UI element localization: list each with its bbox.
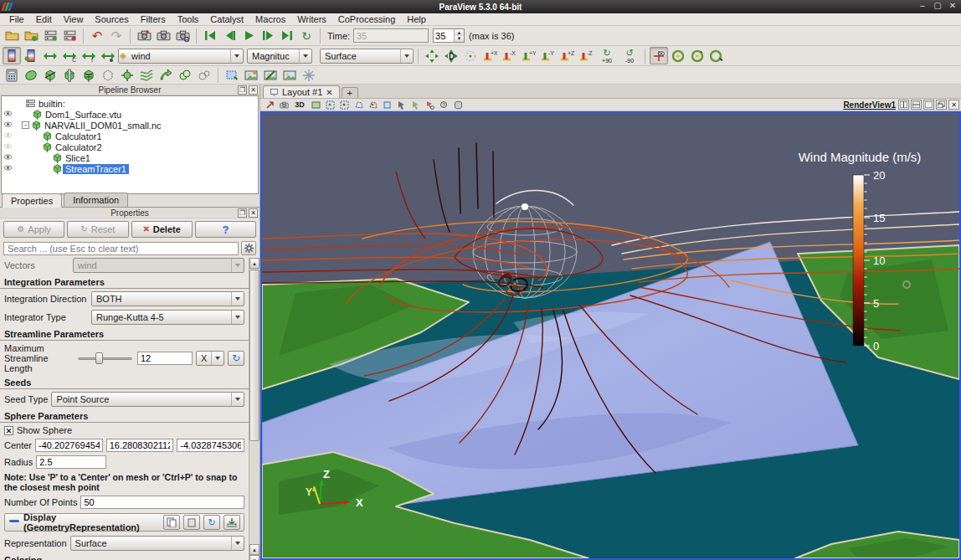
apply-button[interactable]: ⚙Apply (3, 221, 64, 238)
interactive-select-cells-button[interactable] (395, 100, 407, 110)
radius-input[interactable] (36, 455, 106, 469)
split-vertical-icon[interactable] (911, 100, 922, 110)
scroll-thumb[interactable] (249, 270, 260, 441)
reload-display-button[interactable]: ↻ (203, 515, 220, 530)
scroll-down-icon[interactable]: ▼ (249, 555, 260, 560)
collapse-icon[interactable]: − (22, 121, 29, 129)
close-icon[interactable]: ✕ (948, 1, 958, 10)
animation-button[interactable] (173, 27, 192, 44)
seed-type-select[interactable]: Point Source (51, 392, 244, 407)
glyph-filter-button[interactable] (118, 66, 136, 84)
search-options-button[interactable] (241, 241, 256, 255)
length-component-select[interactable]: X (196, 351, 224, 366)
properties-scrollbar[interactable]: ▲ ▲ ▼ (249, 258, 260, 560)
extract-selection-button[interactable] (280, 66, 299, 84)
plot-over-line-button[interactable] (261, 66, 280, 84)
visibility-eye-icon[interactable] (2, 152, 13, 163)
tab-layout1[interactable]: Layout #1 ✕ (263, 85, 340, 98)
rescale-temporal-range-button[interactable]: t (80, 47, 98, 64)
slice-filter-button[interactable] (60, 66, 79, 84)
center-x-input[interactable] (35, 439, 103, 452)
menu-filters[interactable]: Filters (135, 14, 172, 24)
scroll-up-icon[interactable]: ▲ (249, 258, 260, 269)
probe-location-button[interactable] (242, 66, 260, 84)
maximize-icon[interactable]: ▢ (933, 1, 943, 10)
menu-help[interactable]: Help (401, 14, 432, 24)
warp-by-vector-filter-button[interactable] (157, 66, 175, 84)
pipeline-item-calculator2[interactable]: Calculator2 (2, 141, 258, 152)
show-sphere-checkbox[interactable]: ✕ (4, 426, 13, 435)
color-array-select[interactable]: ◈ wind (118, 49, 244, 64)
disconnect-button[interactable] (60, 27, 79, 44)
reset-button[interactable]: ↻Reset (67, 221, 128, 238)
detach-view-icon[interactable] (936, 100, 947, 110)
contour-filter-button[interactable] (22, 66, 40, 84)
loop-button[interactable]: ↻ (297, 27, 316, 44)
menu-file[interactable]: File (3, 14, 30, 24)
first-frame-button[interactable] (201, 27, 219, 44)
split-horizontal-icon[interactable] (898, 100, 909, 110)
save-as-default-button[interactable] (224, 515, 240, 530)
integration-direction-select[interactable]: BOTH (91, 291, 244, 306)
calculator-filter-button[interactable] (3, 66, 21, 84)
extract-group-filter-button[interactable] (195, 66, 213, 84)
vectors-select[interactable]: wind (73, 258, 244, 273)
edit-color-map-button[interactable] (22, 47, 40, 64)
capture-button[interactable] (154, 27, 172, 44)
toggle-color-legend-button[interactable] (3, 47, 21, 64)
select-points-polygon-button[interactable] (367, 100, 378, 110)
find-data-button[interactable] (223, 66, 241, 84)
color-component-select[interactable]: Magnituc (247, 49, 312, 64)
close-icon[interactable]: ✕ (249, 208, 258, 218)
display-section-header[interactable]: Display (GeometryRepresentation) ↻ (4, 513, 244, 532)
clip-filter-button[interactable] (41, 66, 59, 84)
spin-up-icon[interactable]: ▲ (455, 29, 464, 36)
adjust-camera-button[interactable] (310, 100, 321, 110)
select-block-button[interactable] (381, 100, 393, 110)
render-scene[interactable]: X Z Y Wind Magnitude (m/s) (262, 113, 959, 558)
undock-icon[interactable]: ❐ (238, 208, 247, 218)
menu-macros[interactable]: Macros (249, 14, 291, 24)
view-minus-x-button[interactable]: -X (500, 47, 518, 64)
help-button[interactable]: ? (195, 221, 256, 238)
visibility-eye-icon[interactable] (2, 120, 13, 131)
pipeline-item-narvalii[interactable]: − NARVALII_DOM01_small.nc (2, 120, 258, 131)
select-cells-rect-button[interactable] (324, 100, 336, 110)
menu-catalyst[interactable]: Catalyst (204, 14, 249, 24)
hover-cells-button[interactable] (424, 100, 435, 110)
stream-tracer-filter-button[interactable] (137, 66, 156, 84)
visibility-eye-icon[interactable] (2, 131, 13, 141)
visibility-eye-icon[interactable] (2, 163, 13, 174)
group-datasets-filter-button[interactable] (176, 66, 194, 84)
number-of-points-input[interactable] (80, 496, 244, 509)
screenshot-button[interactable] (135, 27, 153, 44)
menu-edit[interactable]: Edit (30, 14, 58, 24)
reset-camera-button[interactable] (423, 47, 441, 64)
show-center-of-rotation-button[interactable] (650, 47, 668, 64)
delete-button[interactable]: ✕Delete (131, 221, 193, 238)
interactive-selection-button[interactable] (300, 66, 318, 84)
close-tab-icon[interactable]: ✕ (326, 88, 332, 97)
max-streamline-length-input[interactable] (137, 352, 193, 365)
close-view-icon[interactable]: ✕ (948, 100, 959, 110)
last-frame-button[interactable] (278, 27, 296, 44)
menu-view[interactable]: View (58, 14, 90, 24)
next-frame-button[interactable] (259, 27, 277, 44)
open-button[interactable] (3, 27, 21, 44)
visibility-eye-icon[interactable] (2, 141, 13, 152)
toggle-interaction-mode-button[interactable]: 3D (292, 100, 307, 110)
reset-to-default-button[interactable]: ↻ (228, 351, 244, 366)
rescale-data-range-button[interactable] (41, 47, 59, 64)
center-y-input[interactable] (106, 439, 174, 452)
export-scene-button[interactable] (264, 100, 275, 110)
threshold-filter-button[interactable] (80, 66, 98, 84)
maximize-view-icon[interactable] (923, 100, 934, 110)
previous-frame-button[interactable] (220, 27, 239, 44)
representation-select-properties[interactable]: Surface (70, 536, 244, 551)
view-plus-z-button[interactable]: +Z (558, 47, 576, 64)
tab-properties[interactable]: Properties (2, 193, 62, 208)
redo-button[interactable]: ↷ (107, 27, 126, 44)
max-streamline-length-slider[interactable] (76, 352, 134, 365)
menu-tools[interactable]: Tools (172, 14, 205, 24)
menu-writers[interactable]: Writers (291, 14, 332, 24)
